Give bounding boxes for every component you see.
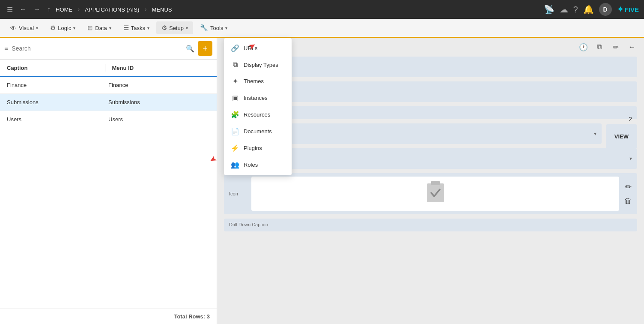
menus-nav[interactable]: MENUS: [152, 6, 172, 13]
row-menuid-submissions: Submissions: [108, 99, 210, 105]
search-icon[interactable]: 🔍: [186, 45, 194, 53]
drilldown-field: Drill Down Caption: [224, 219, 637, 231]
col-separator: [105, 64, 105, 72]
filter-icon[interactable]: ≡: [4, 45, 8, 52]
search-input[interactable]: [12, 45, 182, 52]
add-button[interactable]: +: [198, 41, 212, 56]
left-panel: ≡ 🔍 + Caption Menu ID Finance Finance Su…: [0, 38, 217, 324]
table-row[interactable]: Submissions Submissions: [0, 94, 217, 111]
history-icon[interactable]: 🕐: [576, 40, 590, 54]
drilldown-label: Drill Down Caption: [229, 222, 632, 227]
nav-sep-1: ›: [78, 6, 80, 13]
applications-nav[interactable]: APPLICATIONS (AIS): [85, 6, 139, 13]
urls-icon: 🔗: [231, 44, 239, 52]
dropdown-item-documents[interactable]: 📄 Documents: [224, 123, 292, 140]
clipboard-icon: [425, 180, 446, 208]
dropdown-item-plugins[interactable]: ⚡ Plugins: [224, 140, 292, 156]
row-caption-finance: Finance: [7, 82, 108, 88]
edit-icon[interactable]: ✏: [609, 40, 623, 54]
instances-icon: ▣: [231, 94, 239, 102]
table-row[interactable]: Users Users: [0, 111, 217, 128]
logic-label: Logic: [58, 25, 71, 31]
nav-sep-2: ›: [144, 6, 146, 13]
themes-icon: ✦: [231, 77, 239, 85]
row-caption-users: Users: [7, 116, 108, 123]
tools-label: Tools: [210, 25, 223, 31]
dropdown-item-urls[interactable]: 🔗 URLs: [224, 40, 292, 57]
main-area: ≡ 🔍 + Caption Menu ID Finance Finance Su…: [0, 38, 644, 324]
resources-label: Resources: [244, 111, 270, 118]
help-icon[interactable]: ?: [573, 5, 578, 15]
up-icon[interactable]: ↑: [45, 4, 52, 15]
tasks-btn[interactable]: ☰ Tasks ▾: [118, 21, 155, 34]
icon-actions: ✏ 🗑: [624, 182, 632, 206]
edit-icon-btn[interactable]: ✏: [625, 182, 632, 192]
back-panel-icon[interactable]: ←: [625, 40, 639, 54]
tools-icon: 🔧: [200, 24, 208, 32]
setup-arrow: ▾: [186, 26, 188, 30]
tools-btn[interactable]: 🔧 Tools ▾: [195, 21, 233, 34]
row-caption-submissions: Submissions: [7, 99, 108, 105]
setup-label: Setup: [169, 25, 184, 31]
setup-btn[interactable]: ⚙ Setup ▾: [156, 21, 193, 34]
top-nav: ☰ ← → ↑ HOME › APPLICATIONS (AIS) › MENU…: [0, 0, 644, 19]
themes-label: Themes: [244, 78, 264, 84]
cloud-icon[interactable]: ☁: [560, 4, 568, 15]
dropdown-item-display-types[interactable]: ⧉ Display Types: [224, 57, 292, 73]
cast-icon[interactable]: 📡: [544, 4, 555, 15]
display-types-icon: ⧉: [231, 61, 239, 69]
five-logo: ✦FIVE: [617, 5, 639, 14]
back-icon[interactable]: ←: [18, 4, 28, 15]
svg-rect-1: [431, 181, 440, 185]
visual-arrow: ▾: [36, 26, 38, 30]
caption-header: Caption: [7, 65, 105, 71]
roles-icon: 👥: [231, 161, 239, 169]
total-rows-label: Total Rows: 3: [174, 313, 210, 320]
home-nav[interactable]: HOME: [56, 6, 72, 13]
svg-rect-0: [427, 183, 444, 202]
row-menuid-finance: Finance: [108, 82, 210, 88]
urls-label: URLs: [244, 45, 258, 51]
display-types-label: Display Types: [244, 62, 278, 68]
notification-icon[interactable]: 🔔: [583, 4, 594, 15]
instances-label: Instances: [244, 95, 268, 101]
hamburger-icon[interactable]: ☰: [5, 4, 15, 15]
table-header: Caption Menu ID: [0, 60, 217, 77]
menuorder-value: 2: [629, 116, 632, 123]
forward-icon[interactable]: →: [32, 4, 42, 15]
logic-icon: ⚙: [50, 24, 56, 32]
logic-arrow: ▾: [73, 26, 75, 30]
icon-field: Icon ✏ 🗑: [224, 173, 637, 214]
data-label: Data: [95, 25, 107, 31]
documents-icon: 📄: [231, 127, 239, 135]
view-button[interactable]: VIEW: [606, 124, 637, 148]
top-nav-right: 📡 ☁ ? 🔔 D ✦FIVE: [544, 3, 639, 16]
resources-icon: 🧩: [231, 111, 239, 119]
documents-label: Documents: [244, 128, 272, 135]
plugins-icon: ⚡: [231, 144, 239, 152]
dropdown-item-resources[interactable]: 🧩 Resources: [224, 106, 292, 123]
copy-icon[interactable]: ⧉: [593, 40, 606, 54]
dropdown-item-roles[interactable]: 👥 Roles: [224, 156, 292, 173]
avatar[interactable]: D: [599, 3, 612, 16]
logic-btn[interactable]: ⚙ Logic ▾: [45, 21, 80, 34]
roles-label: Roles: [244, 162, 258, 168]
tasks-arrow: ▾: [147, 26, 149, 30]
visual-label: Visual: [19, 25, 34, 31]
icon-label: Icon: [229, 191, 246, 196]
data-btn[interactable]: ⊞ Data ▾: [82, 21, 116, 34]
tools-arrow: ▾: [225, 26, 227, 30]
row-menuid-users: Users: [108, 116, 210, 123]
table-row[interactable]: Finance Finance: [0, 77, 217, 94]
visual-btn[interactable]: 👁 Visual ▾: [5, 22, 43, 34]
table-footer: Total Rows: 3: [0, 309, 217, 324]
plugins-label: Plugins: [244, 145, 262, 151]
icon-preview: [251, 177, 619, 211]
search-bar: ≡ 🔍 +: [0, 38, 217, 60]
delete-icon-btn[interactable]: 🗑: [624, 197, 632, 206]
data-icon: ⊞: [87, 24, 93, 32]
dropdown-item-themes[interactable]: ✦ Themes: [224, 73, 292, 90]
menuid-header: Menu ID: [112, 65, 210, 71]
setup-dropdown: 🔗 URLs ⧉ Display Types ✦ Themes ▣ Instan…: [224, 38, 292, 175]
dropdown-item-instances[interactable]: ▣ Instances: [224, 90, 292, 106]
